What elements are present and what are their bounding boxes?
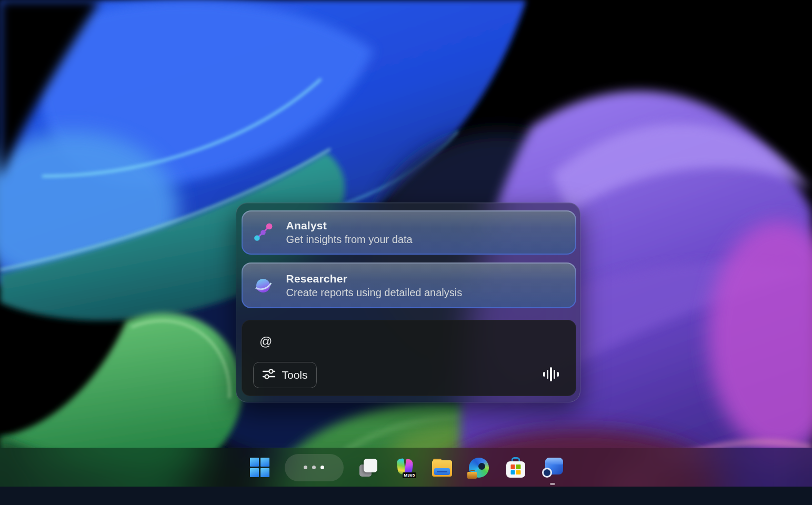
ellipsis-dot xyxy=(304,466,307,469)
edge-button[interactable] xyxy=(468,457,489,478)
m365-copilot-button[interactable]: M365 xyxy=(395,457,416,478)
agent-card-researcher[interactable]: Researcher Create reports using detailed… xyxy=(242,262,576,308)
outlook-icon xyxy=(542,458,563,478)
m365-copilot-icon: M365 xyxy=(395,457,416,478)
store-icon xyxy=(506,457,525,478)
briefcase-badge-icon xyxy=(467,472,477,479)
taskbar-more-pill[interactable] xyxy=(285,454,344,481)
task-view-button[interactable] xyxy=(358,457,379,478)
outlook-button[interactable] xyxy=(542,457,563,478)
tools-button[interactable]: Tools xyxy=(253,362,317,388)
researcher-planet-icon xyxy=(253,276,273,296)
ellipsis-dot xyxy=(320,466,324,469)
agent-title: Analyst xyxy=(286,219,413,232)
task-view-icon xyxy=(359,459,377,477)
copilot-prompt-input[interactable]: @ Tools xyxy=(242,320,576,396)
mention-symbol: @ xyxy=(259,334,272,349)
bottom-strip xyxy=(0,487,812,505)
agent-title: Researcher xyxy=(286,272,463,285)
voice-waveform-icon[interactable] xyxy=(543,366,559,382)
edge-icon xyxy=(469,458,489,478)
sliders-icon xyxy=(262,368,276,382)
agent-description: Create reports using detailed analysis xyxy=(286,287,463,299)
m365-badge: M365 xyxy=(403,472,416,478)
ellipsis-dot xyxy=(312,466,316,469)
copilot-agent-panel: Analyst Get insights from your data xyxy=(236,203,580,402)
file-explorer-button[interactable] xyxy=(432,457,453,478)
agent-description: Get insights from your data xyxy=(286,234,413,246)
agent-card-analyst[interactable]: Analyst Get insights from your data xyxy=(242,210,576,255)
start-button[interactable] xyxy=(249,457,270,478)
analyst-scatter-icon xyxy=(253,223,273,243)
windows-start-icon xyxy=(250,458,269,477)
running-app-indicator xyxy=(550,483,555,485)
store-button[interactable] xyxy=(505,457,526,478)
desktop: Analyst Get insights from your data xyxy=(0,0,812,505)
taskbar: M365 xyxy=(0,448,812,487)
file-explorer-icon xyxy=(432,459,452,477)
tools-button-label: Tools xyxy=(282,369,307,381)
